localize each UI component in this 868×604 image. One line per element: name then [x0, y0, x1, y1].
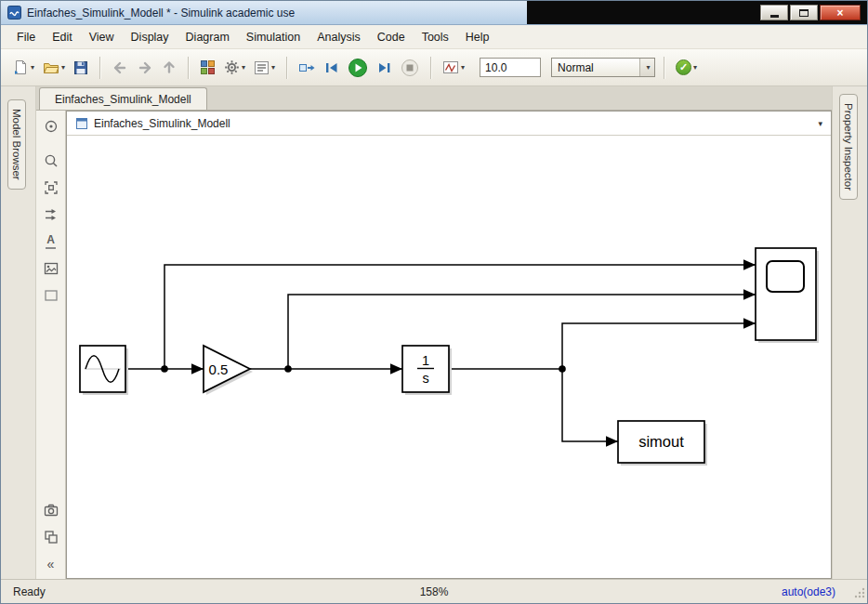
menu-file[interactable]: File	[8, 27, 44, 47]
toolbar: ▾ ▾ ▾ ▾	[1, 49, 867, 86]
menu-simulation[interactable]: Simulation	[238, 27, 309, 47]
scope-display-icon	[442, 60, 459, 74]
check-icon: ✓	[679, 61, 688, 73]
caret-down-icon: ▾	[31, 64, 34, 72]
new-model-icon	[13, 59, 29, 75]
image-annotation-button[interactable]	[41, 259, 61, 278]
new-model-button[interactable]: ▾	[10, 56, 37, 80]
image-icon	[43, 260, 59, 277]
hide-explorer-button[interactable]	[41, 117, 61, 136]
breadcrumb[interactable]: Einfaches_Simulink_Modell ▾	[67, 112, 831, 136]
signal-line-integrator-to-scope[interactable]	[562, 323, 756, 369]
branch-dot[interactable]	[161, 365, 168, 373]
minimize-icon	[770, 15, 779, 18]
connect-target-icon	[298, 60, 315, 75]
to-workspace-block[interactable]: simout	[618, 421, 704, 463]
close-button[interactable]: ×	[820, 5, 861, 20]
menu-display[interactable]: Display	[123, 27, 178, 47]
fit-to-view-button[interactable]	[41, 178, 61, 197]
caret-down-icon[interactable]: ▾	[818, 119, 822, 128]
to-workspace-label: simout	[638, 433, 684, 450]
menu-help[interactable]: Help	[457, 27, 498, 47]
toolbar-separator	[188, 57, 189, 79]
integrator-block[interactable]: 1 s	[402, 346, 449, 392]
step-back-button[interactable]	[321, 56, 342, 80]
signal-line-sine-to-scope[interactable]	[164, 265, 756, 369]
stop-time-input[interactable]	[480, 58, 541, 77]
open-model-button[interactable]: ▾	[40, 56, 68, 80]
viewmarks-button[interactable]	[41, 528, 61, 546]
property-inspector-tab[interactable]: Property Inspector	[839, 94, 858, 200]
connect-to-target-button[interactable]	[296, 56, 318, 80]
menu-tools[interactable]: Tools	[414, 27, 457, 47]
signal-line-integrator-to-workspace[interactable]	[562, 369, 618, 441]
branch-dot[interactable]	[284, 365, 292, 373]
model-browser-tab[interactable]: Model Browser	[7, 99, 26, 190]
menu-view[interactable]: View	[81, 27, 123, 47]
menu-code[interactable]: Code	[369, 27, 414, 47]
tab-model[interactable]: Einfaches_Simulink_Modell	[39, 87, 207, 110]
menu-edit[interactable]: Edit	[44, 27, 81, 47]
zoom-button[interactable]	[41, 151, 61, 170]
toolbar-separator	[664, 57, 664, 79]
simulink-app-icon	[7, 6, 21, 20]
gain-block[interactable]: 0.5	[204, 346, 250, 392]
statusbar: Ready 158% auto(ode3)	[1, 579, 867, 603]
menu-analysis[interactable]: Analysis	[309, 27, 369, 47]
branch-dot[interactable]	[559, 365, 566, 373]
area-box-icon	[43, 287, 59, 304]
caret-down-icon: ▾	[61, 64, 65, 72]
model-advisor-button[interactable]: ✓ ▾	[673, 56, 700, 80]
save-button[interactable]	[71, 56, 91, 80]
run-button[interactable]	[345, 56, 371, 80]
direction-button[interactable]	[41, 205, 61, 224]
stop-button[interactable]	[398, 56, 422, 80]
diagnostics-list-icon	[254, 60, 270, 75]
diagnostics-viewer-button[interactable]: ▾	[251, 56, 278, 80]
diagram-canvas[interactable]: 0.5 1 s simout	[67, 136, 831, 578]
sine-wave-block[interactable]	[80, 346, 125, 392]
collapse-palette-button[interactable]: «	[41, 555, 61, 573]
model-configuration-button[interactable]: ▾	[221, 56, 248, 80]
zoom-level: 158%	[420, 585, 449, 598]
titlebar[interactable]: Einfaches_Simulink_Modell * - Simulink a…	[1, 1, 867, 25]
signal-line-gain-to-scope[interactable]	[288, 295, 756, 369]
toolbar-separator	[286, 57, 287, 79]
right-panel-strip: Property Inspector	[832, 86, 867, 579]
integrator-numerator: 1	[422, 353, 429, 368]
forward-button[interactable]	[134, 56, 156, 80]
status-message: Ready	[13, 585, 46, 598]
back-button[interactable]	[109, 56, 131, 80]
simulation-display-button[interactable]: ▾	[440, 56, 467, 80]
model-icon	[75, 117, 88, 130]
annotation-button[interactable]: A	[41, 232, 61, 251]
library-browser-icon	[200, 59, 216, 75]
scope-block[interactable]	[756, 248, 816, 340]
caret-down-icon: ▾	[693, 64, 697, 72]
screenshot-button[interactable]	[41, 501, 61, 519]
simulink-window: Einfaches_Simulink_Modell * - Simulink a…	[0, 0, 868, 604]
toolbar-separator	[99, 57, 100, 79]
up-arrow-icon	[162, 59, 177, 75]
stop-icon	[401, 59, 419, 77]
up-to-parent-button[interactable]	[159, 56, 179, 80]
solver-indicator[interactable]: auto(ode3)	[782, 585, 835, 598]
library-browser-button[interactable]	[197, 56, 218, 80]
resize-grip[interactable]	[853, 586, 865, 601]
gear-icon	[224, 59, 240, 75]
simulation-mode-value: Normal	[558, 61, 594, 74]
zoom-icon	[43, 152, 59, 169]
menubar: File Edit View Display Diagram Simulatio…	[1, 25, 867, 49]
maximize-button[interactable]	[790, 5, 818, 20]
tab-label: Einfaches_Simulink_Modell	[55, 93, 191, 106]
check-circle-icon: ✓	[676, 59, 691, 75]
area-annotation-button[interactable]	[41, 286, 61, 305]
caption-buttons: ×	[760, 5, 861, 20]
fit-to-view-icon	[43, 179, 59, 196]
menu-diagram[interactable]: Diagram	[178, 27, 238, 47]
viewmarks-icon	[43, 529, 59, 545]
minimize-button[interactable]	[760, 5, 788, 20]
step-forward-button[interactable]	[374, 56, 395, 80]
simulation-mode-select[interactable]: Normal ▾	[551, 58, 655, 77]
caret-down-icon: ▾	[271, 64, 275, 72]
